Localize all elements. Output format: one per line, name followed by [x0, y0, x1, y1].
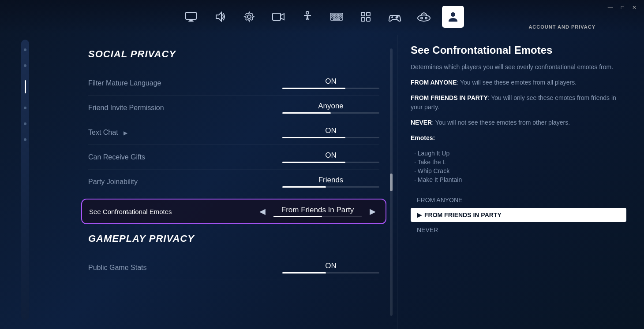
filter-mature-language-slider[interactable] — [282, 88, 379, 89]
party-joinability-value: Friends — [318, 176, 344, 185]
can-receive-gifts-slider[interactable] — [282, 162, 379, 163]
can-receive-gifts-value: ON — [325, 151, 337, 160]
sidebar-dot-active[interactable] — [25, 80, 26, 93]
sidebar-dot-5[interactable] — [24, 138, 26, 141]
settings-nav-icon[interactable] — [238, 6, 260, 28]
text-chat-label: Text Chat ▶ — [88, 129, 127, 137]
svg-rect-20 — [361, 18, 365, 21]
confrontational-emotes-next-button[interactable]: ▶ — [367, 206, 378, 217]
party-joinability-slider[interactable] — [282, 186, 379, 188]
option-from-friends-bullet: ▶ — [417, 211, 422, 218]
confrontational-emotes-slider — [273, 216, 362, 217]
right-panel: See Confrontational Emotes Determines wh… — [397, 35, 644, 329]
svg-rect-14 — [334, 17, 336, 18]
svg-rect-9 — [332, 15, 333, 16]
account-nav-icon[interactable] — [442, 6, 464, 28]
friend-invite-permission-slider[interactable] — [282, 112, 379, 114]
keyboard-nav-icon[interactable] — [326, 6, 348, 28]
sidebar-dot-2[interactable] — [24, 64, 26, 67]
filter-mature-language-control[interactable]: ON — [282, 77, 379, 89]
never-key: NEVER — [411, 119, 432, 126]
svg-rect-5 — [273, 13, 281, 20]
accessibility-nav-icon[interactable] — [296, 6, 318, 28]
svg-point-26 — [425, 17, 427, 19]
filter-mature-language-label: Filter Mature Language — [88, 79, 161, 87]
controller-nav-icon[interactable] — [384, 6, 406, 28]
svg-rect-18 — [361, 12, 365, 16]
can-receive-gifts-label: Can Receive Gifts — [88, 153, 145, 161]
party-joinability-control[interactable]: Friends — [282, 176, 379, 188]
confrontational-emotes-row[interactable]: See Confrontational Emotes ◀ From Friend… — [81, 199, 386, 224]
can-receive-gifts-control[interactable]: ON — [282, 151, 379, 163]
panel-title: See Confrontational Emotes — [411, 44, 626, 56]
sidebar-dot-1[interactable] — [24, 48, 26, 51]
option-from-anyone[interactable]: FROM ANYONE — [411, 193, 626, 207]
social-privacy-title: SOCIAL PRIVACY — [88, 48, 379, 60]
public-game-stats-control[interactable]: ON — [282, 262, 379, 274]
public-game-stats-row: Public Game Stats ON — [88, 255, 379, 280]
svg-rect-2 — [188, 21, 194, 22]
party-joinability-row: Party Joinability Friends — [88, 170, 379, 194]
confrontational-emotes-label: See Confrontational Emotes — [89, 208, 172, 215]
confrontational-emotes-selector[interactable]: ◀ From Friends In Party ▶ — [257, 206, 378, 217]
from-friends-description: FROM FRIENDS IN PARTY: You will only see… — [411, 93, 626, 112]
svg-rect-15 — [337, 17, 339, 18]
emote-item-2: Whip Crack — [414, 166, 626, 175]
svg-rect-11 — [337, 15, 339, 16]
party-joinability-label: Party Joinability — [88, 178, 138, 186]
text-chat-control[interactable]: ON — [282, 126, 379, 138]
svg-rect-17 — [333, 19, 340, 20]
svg-rect-13 — [332, 17, 333, 18]
public-game-stats-label: Public Game Stats — [88, 264, 147, 272]
maximize-button[interactable]: □ — [619, 4, 626, 11]
can-receive-gifts-row: Can Receive Gifts ON — [88, 145, 379, 170]
from-anyone-description: FROM ANYONE: You will see these emotes f… — [411, 78, 626, 87]
sidebar-dot-3[interactable] — [24, 107, 26, 109]
svg-marker-6 — [281, 14, 284, 20]
left-panel: SOCIAL PRIVACY Filter Mature Language ON… — [35, 35, 397, 329]
option-never[interactable]: NEVER — [411, 223, 626, 237]
confrontational-emotes-value: From Friends In Party — [273, 206, 362, 214]
svg-point-7 — [306, 11, 309, 14]
public-game-stats-slider[interactable] — [282, 272, 379, 274]
video-nav-icon[interactable] — [267, 6, 289, 28]
text-chat-play-icon: ▶ — [124, 130, 127, 136]
option-from-anyone-label: FROM ANYONE — [417, 196, 462, 203]
text-chat-value: ON — [325, 126, 337, 135]
filter-mature-language-row: Filter Mature Language ON — [88, 71, 379, 96]
svg-point-25 — [421, 17, 423, 19]
never-text: You will not see these emotes from other… — [435, 119, 570, 126]
text-chat-slider[interactable] — [282, 137, 379, 138]
sidebar — [21, 40, 29, 320]
scrollbar-thumb[interactable] — [390, 174, 393, 191]
option-from-friends-label: FROM FRIENDS IN PARTY — [424, 211, 502, 218]
emote-item-1: Take the L — [414, 158, 626, 166]
never-description: NEVER: You will not see these emotes fro… — [411, 118, 626, 127]
svg-rect-0 — [186, 12, 196, 19]
close-button[interactable]: ✕ — [630, 4, 639, 11]
minimize-button[interactable]: — — [606, 4, 615, 11]
svg-rect-1 — [189, 20, 193, 21]
svg-point-24 — [418, 15, 430, 21]
svg-point-23 — [396, 17, 397, 18]
from-anyone-key: FROM ANYONE — [411, 79, 457, 86]
gamepad-nav-icon[interactable] — [413, 6, 435, 28]
main-content: SOCIAL PRIVACY Filter Mature Language ON… — [35, 35, 644, 329]
display-nav-icon[interactable] — [180, 6, 202, 28]
option-never-label: NEVER — [417, 226, 438, 233]
emotes-list: Laugh It Up Take the L Whip Crack Make I… — [411, 149, 626, 184]
friend-invite-permission-value: Anyone — [318, 102, 344, 111]
from-friends-key: FROM FRIENDS IN PARTY — [411, 94, 488, 101]
window-controls: — □ ✕ — [606, 4, 639, 11]
confrontational-emotes-prev-button[interactable]: ◀ — [257, 206, 268, 217]
sidebar-dot-4[interactable] — [24, 122, 26, 125]
svg-point-4 — [247, 15, 251, 18]
friend-invite-permission-control[interactable]: Anyone — [282, 102, 379, 114]
svg-marker-3 — [216, 12, 221, 21]
audio-nav-icon[interactable] — [209, 6, 231, 28]
network-nav-icon[interactable] — [355, 6, 377, 28]
public-game-stats-value: ON — [325, 262, 337, 270]
emote-item-0: Laugh It Up — [414, 149, 626, 158]
scrollbar[interactable] — [390, 48, 393, 316]
option-from-friends-in-party[interactable]: ▶ FROM FRIENDS IN PARTY — [411, 208, 626, 222]
